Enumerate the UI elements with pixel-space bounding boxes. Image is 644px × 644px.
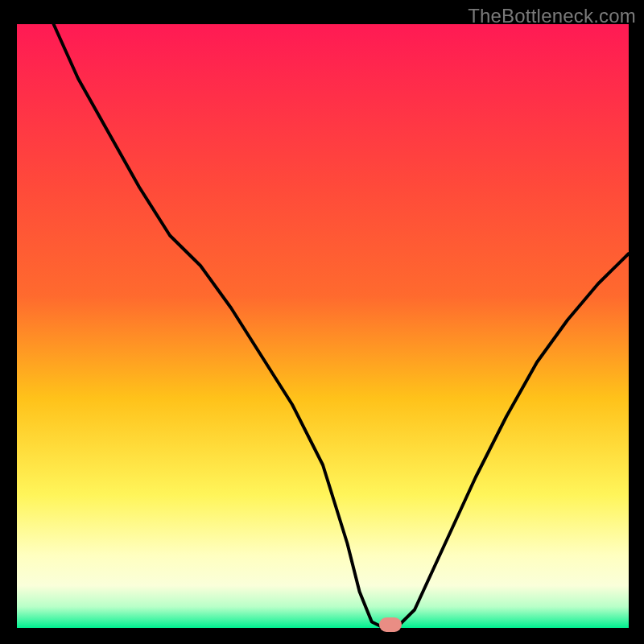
bottleneck-chart [0, 0, 644, 644]
gradient-background [17, 24, 629, 628]
watermark-text: TheBottleneck.com [468, 5, 636, 27]
optimal-point-marker [379, 617, 402, 632]
